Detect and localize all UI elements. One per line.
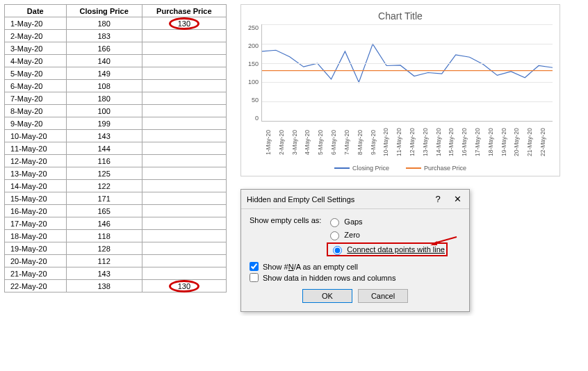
cell-closing[interactable]: 165: [66, 205, 142, 217]
cell-purchase[interactable]: [142, 92, 226, 105]
cell-purchase[interactable]: [142, 155, 226, 167]
cell-date[interactable]: 16-May-20: [5, 205, 67, 217]
radio-gaps[interactable]: [330, 218, 339, 227]
cell-purchase[interactable]: [142, 217, 226, 230]
cell-date[interactable]: 21-May-20: [5, 267, 67, 280]
cell-closing[interactable]: 128: [66, 242, 142, 255]
plot-area[interactable]: [261, 24, 553, 122]
table-row[interactable]: 4-May-20140: [5, 55, 227, 67]
table-row[interactable]: 8-May-20100: [5, 105, 227, 117]
cell-closing[interactable]: 143: [66, 130, 142, 142]
table-row[interactable]: 15-May-20171: [5, 192, 227, 205]
cell-purchase[interactable]: [142, 105, 226, 117]
cell-date[interactable]: 8-May-20: [5, 105, 67, 117]
table-row[interactable]: 10-May-20143: [5, 130, 227, 142]
cell-date[interactable]: 9-May-20: [5, 117, 67, 130]
cell-purchase[interactable]: [142, 242, 226, 255]
cell-purchase[interactable]: [142, 180, 226, 192]
table-row[interactable]: 19-May-20128: [5, 242, 227, 255]
cell-purchase[interactable]: [142, 117, 226, 130]
cell-closing[interactable]: 180: [66, 17, 142, 30]
cell-date[interactable]: 13-May-20: [5, 167, 67, 180]
checkbox-hidden-rows[interactable]: [250, 273, 259, 282]
cell-date[interactable]: 14-May-20: [5, 180, 67, 192]
table-row[interactable]: 16-May-20165: [5, 205, 227, 217]
cell-purchase[interactable]: [142, 67, 226, 80]
legend-item[interactable]: Purchase Price: [406, 165, 466, 172]
cell-purchase[interactable]: [142, 205, 226, 217]
cell-closing[interactable]: 144: [66, 142, 142, 155]
cell-purchase[interactable]: [142, 142, 226, 155]
cell-purchase[interactable]: [142, 167, 226, 180]
cancel-button[interactable]: Cancel: [358, 289, 408, 303]
table-row[interactable]: 5-May-20149: [5, 67, 227, 80]
price-table[interactable]: DateClosing PricePurchase Price 1-May-20…: [4, 4, 227, 292]
cell-date[interactable]: 12-May-20: [5, 155, 67, 167]
table-row[interactable]: 11-May-20144: [5, 142, 227, 155]
table-row[interactable]: 3-May-20166: [5, 42, 227, 55]
table-row[interactable]: 12-May-20116: [5, 155, 227, 167]
cell-closing[interactable]: 183: [66, 30, 142, 42]
cell-purchase[interactable]: [142, 80, 226, 92]
cell-purchase[interactable]: [142, 30, 226, 42]
cell-closing[interactable]: 180: [66, 92, 142, 105]
table-row[interactable]: 9-May-20199: [5, 117, 227, 130]
cell-closing[interactable]: 143: [66, 267, 142, 280]
cell-date[interactable]: 4-May-20: [5, 55, 67, 67]
cell-closing[interactable]: 116: [66, 155, 142, 167]
cell-purchase[interactable]: 130: [142, 17, 226, 30]
cell-date[interactable]: 5-May-20: [5, 67, 67, 80]
cell-purchase[interactable]: [142, 230, 226, 242]
cell-closing[interactable]: 199: [66, 117, 142, 130]
table-row[interactable]: 22-May-20138130: [5, 280, 227, 292]
col-header[interactable]: Purchase Price: [142, 5, 226, 17]
table-row[interactable]: 18-May-20118: [5, 230, 227, 242]
checkbox-na-empty[interactable]: [250, 262, 259, 271]
cell-closing[interactable]: 149: [66, 67, 142, 80]
radio-zero[interactable]: [330, 231, 339, 240]
cell-closing[interactable]: 108: [66, 80, 142, 92]
cell-date[interactable]: 18-May-20: [5, 230, 67, 242]
col-header[interactable]: Closing Price: [66, 5, 142, 17]
cell-date[interactable]: 15-May-20: [5, 192, 67, 205]
chart[interactable]: Chart Title 250200150100500 1-May-202-Ma…: [240, 4, 560, 176]
radio-connect[interactable]: [333, 246, 342, 255]
table-row[interactable]: 14-May-20122: [5, 180, 227, 192]
cell-purchase[interactable]: [142, 192, 226, 205]
close-icon[interactable]: ✕: [451, 194, 464, 204]
cell-date[interactable]: 10-May-20: [5, 130, 67, 142]
legend-item[interactable]: Closing Price: [334, 165, 389, 172]
cell-date[interactable]: 17-May-20: [5, 217, 67, 230]
table-row[interactable]: 20-May-20112: [5, 255, 227, 267]
table-row[interactable]: 6-May-20108: [5, 80, 227, 92]
table-row[interactable]: 21-May-20143: [5, 267, 227, 280]
ok-button[interactable]: OK: [302, 289, 352, 303]
cell-closing[interactable]: 138: [66, 280, 142, 292]
cell-date[interactable]: 20-May-20: [5, 255, 67, 267]
table-row[interactable]: 17-May-20146: [5, 217, 227, 230]
help-icon[interactable]: ?: [432, 194, 444, 204]
cell-purchase[interactable]: [142, 42, 226, 55]
cell-date[interactable]: 2-May-20: [5, 30, 67, 42]
cell-closing[interactable]: 125: [66, 167, 142, 180]
cell-closing[interactable]: 140: [66, 55, 142, 67]
cell-purchase[interactable]: [142, 130, 226, 142]
table-row[interactable]: 2-May-20183: [5, 30, 227, 42]
cell-closing[interactable]: 118: [66, 230, 142, 242]
cell-date[interactable]: 1-May-20: [5, 17, 67, 30]
cell-purchase[interactable]: 130: [142, 280, 226, 292]
cell-date[interactable]: 11-May-20: [5, 142, 67, 155]
table-row[interactable]: 1-May-20180130: [5, 17, 227, 30]
col-header[interactable]: Date: [5, 5, 67, 17]
cell-closing[interactable]: 166: [66, 42, 142, 55]
cell-date[interactable]: 22-May-20: [5, 280, 67, 292]
table-row[interactable]: 13-May-20125: [5, 167, 227, 180]
cell-purchase[interactable]: [142, 255, 226, 267]
cell-closing[interactable]: 112: [66, 255, 142, 267]
table-row[interactable]: 7-May-20180: [5, 92, 227, 105]
cell-purchase[interactable]: [142, 267, 226, 280]
cell-date[interactable]: 6-May-20: [5, 80, 67, 92]
cell-date[interactable]: 7-May-20: [5, 92, 67, 105]
cell-closing[interactable]: 171: [66, 192, 142, 205]
cell-closing[interactable]: 122: [66, 180, 142, 192]
